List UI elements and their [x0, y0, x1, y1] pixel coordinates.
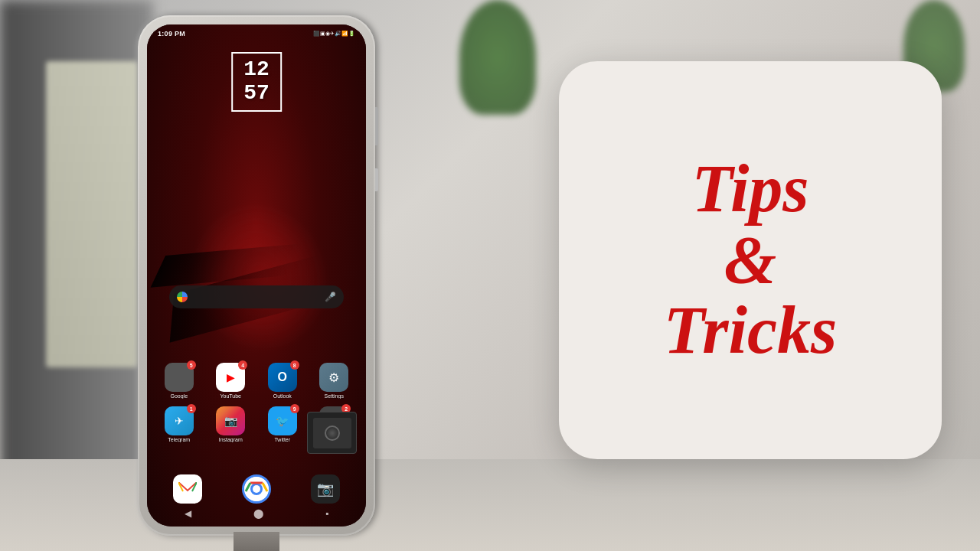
bg-plant-left [459, 0, 536, 115]
app-icon-wrapper-chrome[interactable] [242, 474, 271, 504]
volume-button[interactable] [375, 107, 378, 145]
app-label-folder1: Google [170, 393, 188, 399]
nav-square[interactable]: ▪ [325, 508, 328, 519]
chrome-icon-svg [244, 477, 269, 501]
status-icons: ⬛▣◉✈🔊📶🔋 [313, 31, 355, 37]
app-label-telegram: Telegram [168, 437, 190, 442]
app-icon-telegram[interactable]: 1 [165, 406, 194, 435]
clock-widget: 12 57 [231, 52, 282, 112]
app-icon-wrapper-settings[interactable]: Settings [319, 363, 348, 399]
app-icon-settings[interactable] [319, 363, 348, 392]
app-icon-wrapper-youtube[interactable]: 4 YouTube [216, 363, 245, 399]
mic-icon: 🎤 [325, 292, 336, 302]
phone-case: 1:09 PM ⬛▣◉✈🔊📶🔋 12 57 🎤 [138, 15, 375, 536]
status-bar: 1:09 PM ⬛▣◉✈🔊📶🔋 [147, 24, 366, 43]
tips-line2: & [724, 223, 776, 297]
phone-screen: 1:09 PM ⬛▣◉✈🔊📶🔋 12 57 🎤 [147, 24, 366, 527]
tips-line1: Tips [691, 152, 808, 226]
gmail-icon-svg [178, 482, 197, 496]
status-time: 1:09 PM [158, 30, 185, 37]
outlook-badge: 8 [290, 360, 299, 370]
search-bar[interactable]: 🎤 [169, 285, 345, 308]
app-icon-twitter[interactable]: 9 [268, 406, 297, 435]
app-icon-folder1[interactable]: 5 [165, 363, 194, 392]
camera-body [313, 418, 351, 448]
google-logo [177, 292, 188, 302]
tips-tricks-text: Tips & Tricks [664, 154, 838, 366]
app-icon-outlook[interactable]: 8 [268, 363, 297, 392]
app-icon-wrapper-camera[interactable]: 📷 [311, 474, 340, 504]
folder1-badge: 5 [187, 360, 196, 370]
svg-point-6 [253, 485, 260, 493]
youtube-badge: 4 [238, 360, 247, 370]
app-icon-wrapper-outlook[interactable]: 8 Outlook [268, 363, 297, 399]
twitter-badge: 9 [290, 404, 299, 413]
bg-window [46, 61, 138, 367]
phone-stand [234, 532, 279, 551]
app-icon-wrapper-twitter[interactable]: 9 Twitter [268, 406, 297, 442]
tips-line3: Tricks [664, 293, 838, 367]
dock-bar: 📷 [153, 474, 360, 504]
app-icon-chrome[interactable] [242, 474, 271, 504]
app-label-youtube: YouTube [220, 393, 241, 399]
tips-tricks-card: Tips & Tricks [559, 61, 942, 459]
app-label-settings: Settings [325, 393, 344, 399]
clock-display: 12 57 [243, 58, 270, 106]
app-icon-wrapper-telegram[interactable]: 1 Telegram [165, 406, 194, 442]
nav-back[interactable]: ◀ [185, 508, 191, 519]
app-icon-instagram[interactable] [216, 406, 245, 435]
app-icon-gmail[interactable] [173, 474, 202, 504]
nav-buttons: ◀ ⬤ ▪ [153, 508, 360, 519]
app-label-twitter: Twitter [274, 437, 290, 442]
app-icon-wrapper-instagram[interactable]: Instagram [216, 406, 245, 442]
telegram-badge: 1 [187, 404, 196, 413]
camera-lens [325, 425, 340, 441]
app-icon-wrapper-folder1[interactable]: 5 Google [165, 363, 194, 399]
phone: 1:09 PM ⬛▣◉✈🔊📶🔋 12 57 🎤 [138, 15, 375, 536]
clock-hour: 12 [243, 57, 270, 81]
app-label-instagram: Instagram [219, 437, 243, 442]
clock-minute: 57 [243, 81, 270, 105]
nav-home[interactable]: ⬤ [253, 508, 263, 519]
app-label-outlook: Outlook [273, 393, 292, 399]
apps-row-1: 5 Google 4 YouTube 8 [153, 363, 360, 399]
app-icon-camera[interactable]: 📷 [311, 474, 340, 504]
power-button[interactable] [375, 168, 378, 191]
status-icons-text: ⬛▣◉✈🔊📶🔋 [313, 31, 355, 37]
app-icon-youtube[interactable]: 4 [216, 363, 245, 392]
app-icon-wrapper-gmail[interactable] [173, 474, 202, 504]
camera-thumbnail [307, 412, 357, 454]
